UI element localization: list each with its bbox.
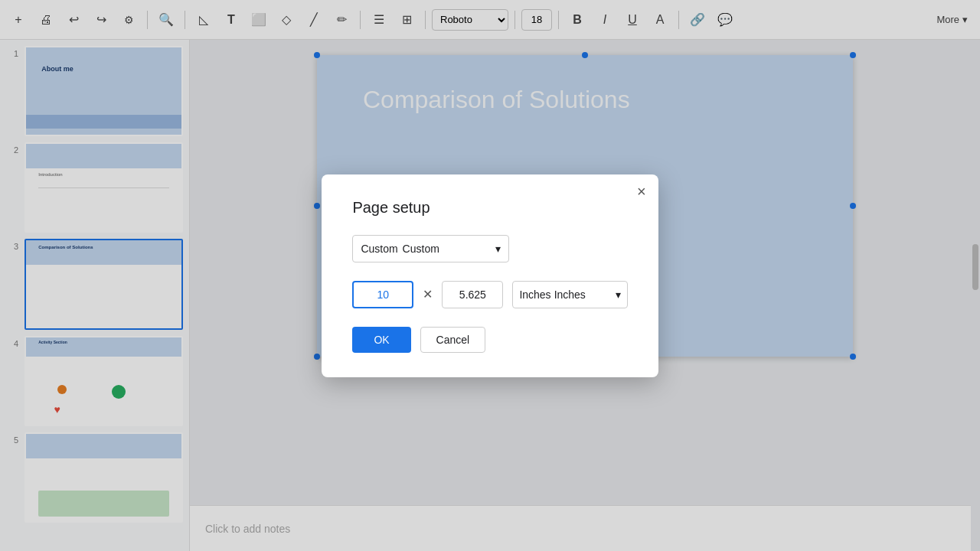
unit-chevron-icon: ▾ xyxy=(616,289,621,301)
width-input[interactable] xyxy=(352,281,413,308)
modal-overlay: × Page setup Custom Custom Standard (4:3… xyxy=(0,0,980,551)
modal-buttons: OK Cancel xyxy=(352,327,627,353)
format-chevron-icon: ▾ xyxy=(495,243,501,255)
modal-format-row: Custom Custom Standard (4:3) Widescreen … xyxy=(352,235,627,262)
unit-select[interactable]: Inches Inches Centimeters Points Pixels … xyxy=(512,281,627,308)
cancel-button[interactable]: Cancel xyxy=(420,327,486,353)
format-select-input[interactable]: Custom Standard (4:3) Widescreen (16:9) xyxy=(403,243,491,255)
modal-title: Page setup xyxy=(352,199,627,217)
height-input[interactable] xyxy=(442,281,503,308)
unit-select-input[interactable]: Inches Centimeters Points Pixels xyxy=(554,289,612,301)
modal-dimensions-row: ✕ Inches Inches Centimeters Points Pixel… xyxy=(352,281,627,308)
page-format-select[interactable]: Custom Custom Standard (4:3) Widescreen … xyxy=(352,235,508,262)
dimension-x-separator: ✕ xyxy=(423,287,433,302)
ok-button[interactable]: OK xyxy=(352,327,410,353)
modal-close-button[interactable]: × xyxy=(637,184,646,199)
page-setup-modal: × Page setup Custom Custom Standard (4:3… xyxy=(322,174,658,377)
